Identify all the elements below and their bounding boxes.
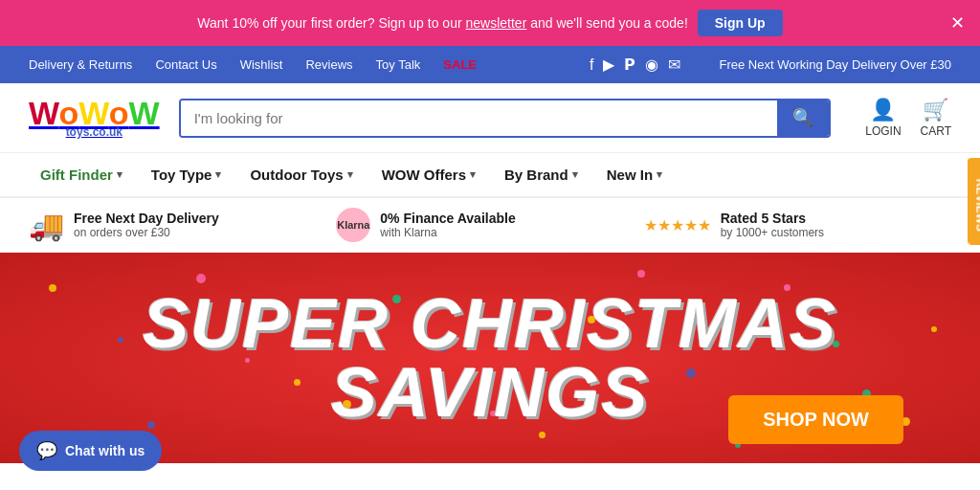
email-icon[interactable]: ✉: [668, 56, 680, 74]
delivery-info: 🚚 Free Next Day Delivery on orders over …: [29, 209, 336, 242]
nav-new-in[interactable]: New In ▾: [595, 161, 674, 189]
info-bar: 🚚 Free Next Day Delivery on orders over …: [0, 198, 980, 253]
chevron-down-icon: ▾: [572, 168, 578, 181]
rating-info: ★★★★★ Rated 5 Stars by 1000+ customers: [644, 211, 951, 239]
nav-sale[interactable]: SALE: [443, 57, 477, 72]
stars-icon: ★★★★★: [644, 216, 711, 234]
hero-text: SUPER CHRISTMAS SAVINGS: [143, 289, 837, 427]
login-button[interactable]: 👤 LOGIN: [865, 98, 901, 138]
delivery-text: Free Next Day Delivery on orders over £3…: [74, 211, 219, 239]
rating-title: Rated 5 Stars: [721, 211, 824, 226]
nav-contact-us[interactable]: Contact Us: [155, 57, 216, 72]
delivery-truck-icon: 🚚: [29, 209, 64, 242]
header: WoWoW toys.co.uk 🔍 👤 LOGIN 🛒 CART: [0, 83, 980, 153]
chevron-down-icon: ▾: [657, 168, 662, 181]
nav-wishlist[interactable]: Wishlist: [240, 57, 283, 72]
header-actions: 👤 LOGIN 🛒 CART: [865, 98, 951, 138]
login-label: LOGIN: [865, 124, 901, 138]
chevron-down-icon: ▾: [470, 168, 476, 181]
search-button[interactable]: 🔍: [777, 100, 829, 136]
klarna-text: 0% Finance Available with Klarna: [380, 211, 515, 239]
free-delivery-text: Free Next Working Day Delivery Over £30: [719, 57, 951, 72]
klarna-subtitle: with Klarna: [380, 226, 515, 239]
instagram-icon[interactable]: ◉: [645, 56, 658, 74]
nav-gift-finder[interactable]: Gift Finder ▾: [29, 161, 134, 189]
nav-links: Delivery & Returns Contact Us Wishlist R…: [29, 57, 477, 72]
rating-text: Rated 5 Stars by 1000+ customers: [721, 211, 824, 239]
klarna-title: 0% Finance Available: [380, 211, 515, 226]
nav-toy-type[interactable]: Toy Type ▾: [140, 161, 234, 189]
klarna-info: Klarna 0% Finance Available with Klarna: [336, 208, 643, 242]
nav-wow-offers[interactable]: WOW Offers ▾: [370, 161, 487, 189]
close-banner-button[interactable]: ✕: [950, 12, 965, 33]
search-bar: 🔍: [179, 99, 832, 138]
hero-title-line2: SAVINGS: [143, 358, 837, 427]
reviews-tab[interactable]: * REVIEWS: [968, 158, 980, 245]
nav-reviews[interactable]: Reviews: [305, 57, 352, 72]
social-icons: f ▶ 𝗣 ◉ ✉: [590, 56, 680, 74]
cart-button[interactable]: 🛒 CART: [921, 98, 951, 138]
chevron-down-icon: ▾: [215, 168, 221, 181]
search-input[interactable]: [181, 100, 778, 136]
nav-toy-talk[interactable]: Toy Talk: [376, 57, 421, 72]
nav-delivery-returns[interactable]: Delivery & Returns: [29, 57, 132, 72]
nav-outdoor-toys[interactable]: Outdoor Toys ▾: [238, 161, 364, 189]
pinterest-icon[interactable]: 𝗣: [624, 56, 635, 74]
rating-subtitle: by 1000+ customers: [721, 226, 824, 239]
youtube-icon[interactable]: ▶: [603, 56, 614, 74]
chat-icon: 💬: [36, 440, 57, 461]
main-nav: Gift Finder ▾ Toy Type ▾ Outdoor Toys ▾ …: [0, 153, 980, 198]
nav-by-brand[interactable]: By Brand ▾: [493, 161, 590, 189]
logo[interactable]: WoWoW toys.co.uk: [29, 97, 160, 139]
chat-widget[interactable]: 💬 Chat with us: [19, 431, 162, 471]
nav-bar: Delivery & Returns Contact Us Wishlist R…: [0, 46, 980, 83]
cart-label: CART: [921, 124, 951, 138]
login-icon: 👤: [870, 98, 896, 122]
chevron-down-icon: ▾: [117, 168, 122, 181]
signup-button[interactable]: Sign Up: [698, 10, 783, 36]
delivery-subtitle: on orders over £30: [74, 226, 219, 239]
chevron-down-icon: ▾: [347, 168, 353, 181]
banner-text: Want 10% off your first order? Sign up t…: [197, 15, 687, 31]
newsletter-link[interactable]: newsletter: [466, 15, 527, 31]
chat-label: Chat with us: [65, 443, 145, 458]
facebook-icon[interactable]: f: [590, 56, 593, 74]
delivery-title: Free Next Day Delivery: [74, 211, 219, 226]
top-banner: Want 10% off your first order? Sign up t…: [0, 0, 980, 46]
hero-title-line1: SUPER CHRISTMAS: [143, 289, 837, 358]
klarna-logo: Klarna: [336, 208, 370, 242]
cart-icon: 🛒: [923, 98, 948, 122]
